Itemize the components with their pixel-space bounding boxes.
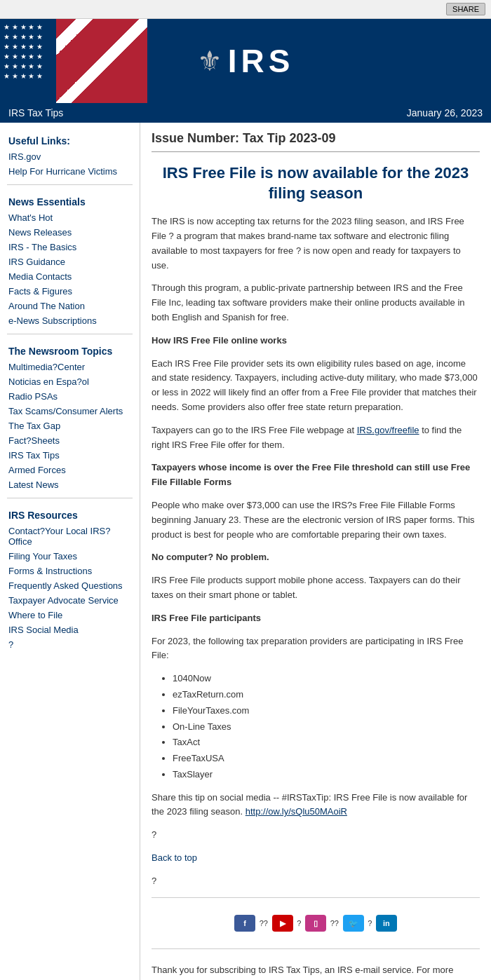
sidebar-item-news-releases[interactable]: News Releases [0, 225, 140, 240]
issue-date: January 26, 2023 [407, 107, 483, 118]
sidebar-item-faq[interactable]: Frequently Asked Questions [0, 578, 140, 593]
twitter-icon[interactable]: 🐦 [343, 915, 364, 932]
sidebar-item-whats-hot[interactable]: What's Hot [0, 210, 140, 225]
fb-question: ?? [260, 919, 268, 927]
newsroom-heading: The Newsroom Topics [0, 340, 140, 360]
thank-you-text: Thank you for subscribing to IRS Tax Tip… [152, 963, 480, 980]
participant-1: 1040Now [173, 672, 480, 686]
sidebar-divider-2 [7, 334, 133, 334]
share-bar: SHARE [0, 0, 491, 19]
section1-link-text: Taxpayers can go to the IRS Free File we… [152, 423, 480, 453]
sidebar-item-noticias[interactable]: Noticias en Espa?ol [0, 374, 140, 389]
flag-blue: ★ ★ ★ ★ ★★ ★ ★ ★ ★★ ★ ★ ★ ★★ ★ ★ ★ ★★ ★ … [0, 19, 56, 103]
sidebar-item-media-contacts[interactable]: Media Contacts [0, 269, 140, 284]
participant-7: TaxSlayer [173, 768, 480, 782]
ig-question: ?? [330, 919, 339, 927]
content-divider [152, 151, 480, 152]
section4-intro: For 2023, the following tax preparation … [152, 634, 480, 664]
sidebar-divider-1 [7, 184, 133, 185]
sidebar: Useful Links: IRS.gov Help For Hurricane… [0, 123, 140, 980]
question-mark-1: ? [152, 828, 480, 843]
tw-question: ? [368, 919, 372, 927]
irs-logo: ⚜ IRS [197, 42, 295, 80]
share-text: Share this tip on social media -- #IRSTa… [152, 791, 480, 820]
youtube-icon[interactable]: ▶ [272, 915, 293, 932]
thank-you-section: Thank you for subscribing to IRS Tax Tip… [152, 958, 480, 980]
sidebar-item-irs-guidance[interactable]: IRS Guidance [0, 254, 140, 269]
instagram-icon[interactable]: ▯ [305, 915, 326, 932]
section3-heading: No computer? No problem. [152, 550, 480, 565]
sidebar-item-hurricane[interactable]: Help For Hurricane Victims [0, 164, 140, 179]
section1-heading: How IRS Free File online works [152, 334, 480, 348]
section2-heading: Taxpayers whose income is over the Free … [152, 461, 480, 490]
sidebar-item-where-to-file[interactable]: Where to File [0, 608, 140, 622]
facebook-icon[interactable]: f [234, 915, 255, 932]
share-button[interactable]: SHARE [446, 3, 485, 15]
sidebar-item-tax-gap[interactable]: The Tax Gap [0, 418, 140, 433]
useful-links-heading: Useful Links: [0, 130, 140, 149]
sidebar-item-fact-sheets[interactable]: Fact?Sheets [0, 433, 140, 448]
sidebar-divider-3 [7, 498, 133, 498]
sidebar-item-multimedia[interactable]: Multimedia?Center [0, 360, 140, 374]
flag-decoration: ★ ★ ★ ★ ★★ ★ ★ ★ ★★ ★ ★ ★ ★★ ★ ★ ★ ★★ ★ … [0, 19, 147, 103]
flag-stars: ★ ★ ★ ★ ★★ ★ ★ ★ ★★ ★ ★ ★ ★★ ★ ★ ★ ★★ ★ … [4, 22, 53, 81]
participant-4: On-Line Taxes [173, 720, 480, 735]
section1-body: Each IRS Free File provider sets its own… [152, 357, 480, 415]
sidebar-item-armed-forces[interactable]: Armed Forces [0, 463, 140, 477]
article-title: IRS Free File is now available for the 2… [152, 163, 480, 203]
resources-heading: IRS Resources [0, 504, 140, 524]
sidebar-item-taxpayer-advocate[interactable]: Taxpayer Advocate Service [0, 593, 140, 608]
header: ★ ★ ★ ★ ★★ ★ ★ ★ ★★ ★ ★ ★ ★★ ★ ★ ★ ★★ ★ … [0, 19, 491, 103]
sidebar-item-latest-news[interactable]: Latest News [0, 477, 140, 492]
participant-3: FileYourTaxes.com [173, 704, 480, 719]
main-layout: Useful Links: IRS.gov Help For Hurricane… [0, 123, 491, 980]
sidebar-item-forms-instructions[interactable]: Forms & Instructions [0, 564, 140, 578]
question-mark-2: ? [152, 874, 480, 889]
sidebar-item-irsgov[interactable]: IRS.gov [0, 149, 140, 164]
title-bar: IRS Tax Tips January 26, 2023 [0, 103, 491, 123]
sidebar-item-question[interactable]: ? [0, 637, 140, 652]
freefile-link[interactable]: IRS.gov/freefile [357, 425, 419, 435]
sidebar-item-radio-psas[interactable]: Radio PSAs [0, 389, 140, 404]
sidebar-item-contact-office[interactable]: Contact?Your Local IRS?Office [0, 524, 140, 549]
back-to-top-link[interactable]: Back to top [152, 852, 197, 863]
sidebar-item-around-nation[interactable]: Around The Nation [0, 299, 140, 313]
section4-heading: IRS Free File participants [152, 611, 480, 626]
participant-5: TaxAct [173, 735, 480, 750]
participant-2: ezTaxReturn.com [173, 688, 480, 702]
newsletter-title: IRS Tax Tips [8, 107, 63, 118]
yt-question: ? [297, 919, 301, 927]
paragraph-2: Through this program, a public-private p… [152, 281, 480, 325]
social-icons-row: f ?? ▶ ? ▯ ?? 🐦 ? in [152, 906, 480, 940]
section3-body: IRS Free File products support mobile ph… [152, 573, 480, 603]
linkedin-icon[interactable]: in [376, 915, 397, 932]
separator-2 [152, 948, 480, 949]
participant-6: FreeTaxUSA [173, 751, 480, 766]
separator-1 [152, 897, 480, 898]
sidebar-item-irs-basics[interactable]: IRS - The Basics [0, 240, 140, 254]
back-to-top-container: Back to top [152, 851, 480, 866]
sidebar-item-irs-social-media[interactable]: IRS Social Media [0, 622, 140, 637]
irs-wordmark: IRS [228, 42, 295, 80]
issue-number: Issue Number: Tax Tip 2023-09 [152, 131, 480, 146]
sidebar-item-enews[interactable]: e-News Subscriptions [0, 313, 140, 328]
sidebar-item-facts-figures[interactable]: Facts & Figures [0, 284, 140, 299]
participants-list: 1040Now ezTaxReturn.com FileYourTaxes.co… [173, 672, 480, 782]
paragraph-1: The IRS is now accepting tax returns for… [152, 215, 480, 273]
section2-body: People who make over $73,000 can use the… [152, 498, 480, 542]
news-essentials-heading: News Essentials [0, 191, 140, 210]
sidebar-item-filing-taxes[interactable]: Filing Your Taxes [0, 549, 140, 564]
main-content: Issue Number: Tax Tip 2023-09 IRS Free F… [140, 123, 491, 980]
sidebar-item-tax-scams[interactable]: Tax Scams/Consumer Alerts [0, 404, 140, 418]
share-link[interactable]: http://ow.ly/sQlu50MAoiR [246, 806, 347, 817]
sidebar-item-irs-tax-tips[interactable]: IRS Tax Tips [0, 448, 140, 463]
article-body: The IRS is now accepting tax returns for… [152, 215, 480, 888]
